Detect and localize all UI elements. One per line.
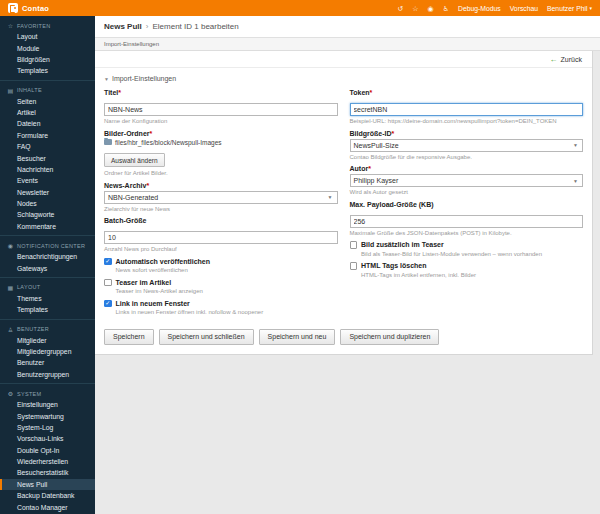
topbar-link-vorschau[interactable]: Vorschau <box>510 5 538 12</box>
sidebar-item-formulare[interactable]: Formulare <box>0 130 95 141</box>
bell-icon: ◉ <box>7 242 14 249</box>
sidebar-item-besucherstatistik[interactable]: Besucherstatistik <box>0 467 95 478</box>
contao-home-link[interactable]: Contao <box>8 3 49 13</box>
sidebar-section-title: INHALTE <box>17 87 42 93</box>
sidebar-item-artikel[interactable]: Artikel <box>0 107 95 118</box>
sidebar-item-gateways[interactable]: Gateways <box>0 262 95 273</box>
sidebar-section-header-benutzer[interactable]: ♙BENUTZER <box>0 323 95 335</box>
user-menu[interactable]: Benutzer Phil ▾ <box>547 5 592 12</box>
checkbox-box-teaser-im-artikel[interactable] <box>104 279 112 287</box>
back-button-label: Zurück <box>561 56 582 63</box>
topbar-link-debug-modus[interactable]: Debug-Modus <box>458 5 501 12</box>
sidebar-item-module[interactable]: Module <box>0 42 95 53</box>
accessibility-icon[interactable]: ♿ <box>443 5 449 12</box>
sidebar-section-header-system[interactable]: ⚙SYSTEM <box>0 387 95 399</box>
checkbox-teaser-im-artikel[interactable]: Teaser im Artikel <box>104 279 338 287</box>
sidebar-section-header-favoriten[interactable]: ☆FAVORITEN <box>0 19 95 31</box>
checkbox-box-link-in-neuem-fenster[interactable]: ✓ <box>104 300 112 308</box>
sidebar-item-vorschau-links[interactable]: Vorschau-Links <box>0 433 95 444</box>
sidebar-item-schlagworte[interactable]: Schlagworte <box>0 209 95 220</box>
history-icon[interactable]: ↺ <box>397 5 403 12</box>
back-arrow-icon: ← <box>550 55 558 64</box>
bildgröße-id-select[interactable]: NewsPull-Size▼ <box>350 139 584 152</box>
sidebar-item-system-log[interactable]: System-Log <box>0 422 95 433</box>
sidebar-item-layout[interactable]: Layout <box>0 31 95 42</box>
sidebar-section-header-notification-center[interactable]: ◉NOTIFICATION CENTER <box>0 239 95 251</box>
layout-icon: ▦ <box>7 284 14 291</box>
sidebar-section-favoriten: ☆FAVORITENLayoutModuleBildgrößenTemplate… <box>0 16 95 80</box>
breadcrumb: News Pull › Element ID 1 bearbeiten <box>95 16 600 38</box>
speichern-und-duplizieren-button[interactable]: Speichern und duplizieren <box>340 329 439 345</box>
topbar: Contao ↺☆◉♿ Debug-ModusVorschau Benutzer… <box>0 0 600 16</box>
field-html-tags-löschen: HTML Tags löschenHTML-Tags im Artikel en… <box>350 262 584 278</box>
sidebar: ☆FAVORITENLayoutModuleBildgrößenTemplate… <box>0 16 95 514</box>
collapse-caret-icon: ▼ <box>104 76 109 82</box>
field-batch-größe: Batch-GrößeAnzahl News pro Durchlauf <box>104 217 338 252</box>
checkbox-link-in-neuem-fenster[interactable]: ✓Link in neuem Fenster <box>104 300 338 308</box>
user-icon: ♙ <box>7 326 14 333</box>
checkbox-html-tags-löschen[interactable]: HTML Tags löschen <box>350 262 584 270</box>
sidebar-item-nodes[interactable]: Nodes <box>0 198 95 209</box>
sidebar-item-contao-manager[interactable]: Contao Manager <box>0 501 95 512</box>
section-tab-import-einstellungen[interactable]: Import-Einstellungen <box>95 38 600 51</box>
favorites-icon[interactable]: ☆ <box>412 5 418 12</box>
sidebar-item-systemwartung[interactable]: Systemwartung <box>0 410 95 421</box>
breadcrumb-section[interactable]: News Pull <box>104 22 142 31</box>
brand-name: Contao <box>22 4 49 13</box>
field-help: News sofort veröffentlichen <box>116 267 338 273</box>
sidebar-item-kommentare[interactable]: Kommentare <box>0 221 95 232</box>
sidebar-item-double-opt-in[interactable]: Double Opt-In <box>0 445 95 456</box>
fieldset-legend[interactable]: ▼ Import-Einstellungen <box>95 68 592 87</box>
checkbox-box-html-tags-löschen[interactable] <box>350 262 358 270</box>
sidebar-section-title: NOTIFICATION CENTER <box>17 243 85 249</box>
news-archiv-select[interactable]: NBN-Generated▼ <box>104 191 338 204</box>
sidebar-item-faq[interactable]: FAQ <box>0 141 95 152</box>
sidebar-item-news-pull[interactable]: News Pull <box>0 479 95 490</box>
folder-path: files/hbr_files/block/Newspull-Images <box>115 139 222 146</box>
field-label: Titel* <box>104 89 338 96</box>
notifications-icon[interactable]: ◉ <box>428 5 434 12</box>
edit-panel: ← Zurück ▼ Import-Einstellungen Titel*Na… <box>95 51 593 355</box>
sidebar-item-nachrichten[interactable]: Nachrichten <box>0 164 95 175</box>
sidebar-item-benutzer[interactable]: Benutzer <box>0 357 95 368</box>
select-value: NBN-Generated <box>108 194 158 201</box>
sidebar-item-newsletter[interactable]: Newsletter <box>0 187 95 198</box>
sidebar-item-backup-datenbank[interactable]: Backup Datenbank <box>0 490 95 501</box>
speichern-und-schließen-button[interactable]: Speichern und schließen <box>159 329 254 345</box>
sidebar-item-mitglieder[interactable]: Mitglieder <box>0 335 95 346</box>
sidebar-item-seiten[interactable]: Seiten <box>0 96 95 107</box>
sidebar-item-benutzergruppen[interactable]: Benutzergruppen <box>0 369 95 380</box>
change-selection-button[interactable]: Auswahl ändern <box>104 153 165 167</box>
autor-select[interactable]: Philipp Kayser▼ <box>350 174 584 187</box>
checkbox-box-automatisch-veröffentlichen[interactable]: ✓ <box>104 258 112 266</box>
sidebar-item-benachrichtigungen[interactable]: Benachrichtigungen <box>0 251 95 262</box>
back-button[interactable]: ← Zurück <box>550 55 582 64</box>
sidebar-section-benutzer: ♙BENUTZERMitgliederMitgliedergruppenBenu… <box>0 319 95 384</box>
sidebar-item-themes[interactable]: Themes <box>0 293 95 304</box>
sidebar-section-header-layout[interactable]: ▦LAYOUT <box>0 281 95 293</box>
sidebar-item-events[interactable]: Events <box>0 175 95 186</box>
field-label: Token* <box>350 89 584 96</box>
checkbox-automatisch-veröffentlichen[interactable]: ✓Automatisch veröffentlichen <box>104 258 338 266</box>
speichern-und-neu-button[interactable]: Speichern und neu <box>259 329 336 345</box>
field-autor: Autor*Philipp Kayser▼Wird als Autor gese… <box>350 165 584 195</box>
sidebar-item-templates[interactable]: Templates <box>0 65 95 76</box>
max-payload-größe-kb-input[interactable] <box>350 215 584 228</box>
sidebar-item-bildgrößen[interactable]: Bildgrößen <box>0 54 95 65</box>
speichern-button[interactable]: Speichern <box>104 329 154 345</box>
sidebar-item-dateien[interactable]: Dateien <box>0 118 95 129</box>
titel-input[interactable] <box>104 103 338 116</box>
sidebar-section-header-inhalte[interactable]: ▤INHALTE <box>0 84 95 96</box>
required-marker: * <box>146 182 149 189</box>
field-bild-zusätzlich-im-teaser: Bild zusätzlich im TeaserBild als Teaser… <box>350 241 584 257</box>
sidebar-item-wiederherstellen[interactable]: Wiederherstellen <box>0 456 95 467</box>
sidebar-item-einstellungen[interactable]: Einstellungen <box>0 399 95 410</box>
checkbox-box-bild-zusätzlich-im-teaser[interactable] <box>350 241 358 249</box>
token-input[interactable] <box>350 103 584 116</box>
sidebar-item-mitgliedergruppen[interactable]: Mitgliedergruppen <box>0 346 95 357</box>
sidebar-item-besucher[interactable]: Besucher <box>0 152 95 163</box>
batch-größe-input[interactable] <box>104 231 338 244</box>
checkbox-bild-zusätzlich-im-teaser[interactable]: Bild zusätzlich im Teaser <box>350 241 584 249</box>
sidebar-item-templates[interactable]: Templates <box>0 304 95 315</box>
field-link-in-neuem-fenster: ✓Link in neuem FensterLinks in neuen Fen… <box>104 300 338 316</box>
